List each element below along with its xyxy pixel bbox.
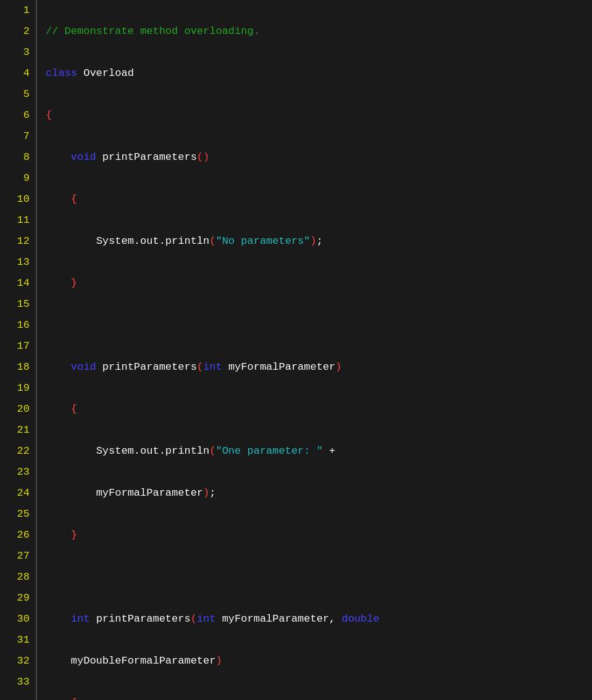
code-line-7: } <box>46 273 592 294</box>
code-line-3: { <box>46 105 592 126</box>
code-line-9: void printParameters(int myFormalParamet… <box>46 357 592 378</box>
code-line-14: int printParameters(int myFormalParamete… <box>46 609 592 630</box>
code-line-8 <box>46 315 592 336</box>
line-number: 11 <box>0 210 30 231</box>
line-number: 3 <box>0 42 30 63</box>
line-number: 28 <box>0 567 30 588</box>
line-number: 12 <box>0 231 30 252</box>
line-number: 1 <box>0 0 30 21</box>
line-number: 26 <box>0 525 30 546</box>
line-numbers: 1 2 3 4 5 6 7 8 9 10 11 12 13 14 15 16 1… <box>0 0 37 700</box>
code-line-14b: myDoubleFormalParameter) <box>46 651 592 672</box>
line-number: 22 <box>0 441 30 462</box>
line-number: 9 <box>0 168 30 189</box>
code-line-13 <box>46 567 592 588</box>
line-number: 25 <box>0 504 30 525</box>
code-line-4: void printParameters() <box>46 147 592 168</box>
line-number: 7 <box>0 126 30 147</box>
code-line-11: System.out.println("One parameter: " + <box>46 441 592 462</box>
code-line-6: System.out.println("No parameters"); <box>46 231 592 252</box>
line-number: 30 <box>0 609 30 630</box>
line-number: 32 <box>0 651 30 672</box>
line-number: 4 <box>0 63 30 84</box>
code-line-5: { <box>46 189 592 210</box>
line-number: 8 <box>0 147 30 168</box>
line-number: 23 <box>0 462 30 483</box>
line-number: 2 <box>0 21 30 42</box>
line-number: 16 <box>0 315 30 336</box>
code-editor[interactable]: // Demonstrate method overloading. class… <box>37 0 592 700</box>
line-number: 6 <box>0 105 30 126</box>
code-line-11b: myFormalParameter); <box>46 483 592 504</box>
line-number: 21 <box>0 420 30 441</box>
line-number: 33 <box>0 672 30 693</box>
line-number: 5 <box>0 84 30 105</box>
line-number: 19 <box>0 378 30 399</box>
line-number: 18 <box>0 357 30 378</box>
code-line-1: // Demonstrate method overloading. <box>46 21 592 42</box>
line-number: 13 <box>0 252 30 273</box>
line-number: 24 <box>0 483 30 504</box>
code-line-10: { <box>46 399 592 420</box>
line-number: 20 <box>0 399 30 420</box>
code-line-15: { <box>46 693 592 700</box>
line-number: 17 <box>0 336 30 357</box>
line-number: 15 <box>0 294 30 315</box>
line-number: 10 <box>0 189 30 210</box>
line-number: 14 <box>0 273 30 294</box>
code-line-2: class Overload <box>46 63 592 84</box>
code-line-12: } <box>46 525 592 546</box>
line-number: 29 <box>0 588 30 609</box>
line-number: 27 <box>0 546 30 567</box>
line-number: 31 <box>0 630 30 651</box>
